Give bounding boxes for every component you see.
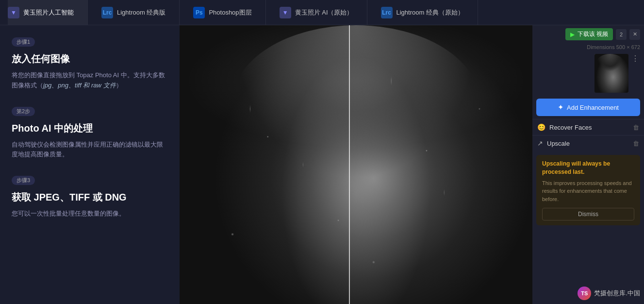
download-icon: ▶ — [570, 31, 575, 38]
warning-title: Upscaling will always be processed last. — [542, 160, 634, 176]
step-1-title: 放入任何图像 — [12, 52, 168, 66]
nav-label-lrc-classic-orig: Lightroom 经典（原始） — [396, 8, 464, 17]
upscale-icon: ↗ — [537, 139, 543, 147]
nav-item-lrc-classic-orig[interactable]: Lrc Lightroom 经典（原始） — [367, 0, 478, 25]
topaz-orig-icon: ▼ — [280, 7, 291, 18]
dimensions-text: Dimensions 500 × 672 — [532, 43, 644, 51]
dismiss-button[interactable]: Dismiss — [542, 208, 634, 220]
nav-item-topaz-ai-orig[interactable]: ▼ 黄玉照片 AI（原始） — [266, 0, 367, 25]
warning-desc: This improves processing speeds and resu… — [542, 179, 634, 203]
top-navigation: ▼ 黄玉照片人工智能 Lrc Lightroom 经典版 Ps Photosho… — [0, 0, 644, 25]
step-3-title: 获取 JPEG、TIFF 或 DNG — [12, 191, 168, 204]
plus-icon: ✦ — [558, 103, 564, 112]
step-2-badge: 第2步 — [12, 107, 35, 116]
right-panel: ▶ 下载该 视频 2 ✕ Dimensions 500 × 672 ⋮ ✦ Ad… — [532, 25, 644, 304]
nav-label-topaz-ai-orig: 黄玉照片 AI（原始） — [295, 8, 353, 17]
nav-label-lrc-classic: Lightroom 经典版 — [117, 8, 165, 17]
nav-label-topaz-ai: 黄玉照片人工智能 — [23, 8, 74, 17]
photo-container — [180, 25, 532, 304]
upscale-label: Upscale — [547, 140, 570, 147]
step-2-title: Photo AI 中的处理 — [12, 122, 168, 135]
nav-label-ps: Photoshop图层 — [209, 8, 251, 17]
step-1-desc: 将您的图像直接拖放到 Topaz Photo AI 中。支持大多数图像格式（jp… — [12, 70, 168, 91]
close-panel-button[interactable]: ✕ — [629, 29, 640, 40]
step-1-desc-after: ） — [116, 82, 122, 89]
watermark: TS 梵摄创意库.中国 — [578, 287, 640, 300]
nav-item-ps-layers[interactable]: Ps Photoshop图层 — [180, 0, 265, 25]
recover-faces-label: Recover Faces — [549, 124, 592, 131]
lrc-orig-icon: Lrc — [381, 7, 393, 18]
watermark-text: 梵摄创意库.中国 — [594, 289, 640, 298]
warning-box: Upscaling will always be processed last.… — [536, 155, 640, 225]
thumbnail-container: ⋮ — [532, 51, 644, 96]
more-options-icon[interactable]: ⋮ — [630, 54, 640, 63]
recover-faces-left: 😊 Recover Faces — [537, 123, 592, 131]
step-1-badge: 步骤1 — [12, 37, 35, 47]
photo-divider — [349, 25, 350, 304]
step-2-desc: 自动驾驶仪会检测图像属性并应用正确的滤镜以最大限度地提高图像质量。 — [12, 140, 168, 160]
watermark-logo: TS — [578, 287, 591, 300]
download-bar: ▶ 下载该 视频 2 ✕ — [532, 25, 644, 43]
thumbnail-hair — [596, 54, 624, 71]
download-button[interactable]: ▶ 下载该 视频 — [565, 28, 613, 40]
step-2: 第2步 Photo AI 中的处理 自动驾驶仪会检测图像属性并应用正确的滤镜以最… — [12, 106, 168, 160]
raindrops — [180, 25, 532, 304]
add-enhancement-label: Add Enhancement — [567, 104, 619, 111]
center-image-area — [180, 25, 532, 304]
upscale-item[interactable]: ↗ Upscale 🗑 — [532, 135, 644, 151]
add-enhancement-button[interactable]: ✦ Add Enhancement — [536, 99, 640, 116]
ps-icon: Ps — [193, 7, 205, 18]
step-3-badge: 步骤3 — [12, 176, 35, 185]
photo-bw — [180, 25, 532, 304]
lrc-icon: Lrc — [101, 7, 113, 18]
nav-item-lrc-classic[interactable]: Lrc Lightroom 经典版 — [88, 0, 180, 25]
step-3-desc: 您可以一次性批量处理任意数量的图像。 — [12, 209, 168, 219]
recover-faces-item[interactable]: 😊 Recover Faces 🗑 — [532, 119, 644, 135]
topaz-icon: ▼ — [8, 7, 19, 18]
recover-faces-delete-icon[interactable]: 🗑 — [633, 124, 639, 131]
left-sidebar: 步骤1 放入任何图像 将您的图像直接拖放到 Topaz Photo AI 中。支… — [0, 25, 180, 304]
upscale-delete-icon[interactable]: 🗑 — [633, 140, 639, 147]
recover-faces-icon: 😊 — [537, 123, 545, 131]
step-1-desc-highlight: jpg、png、tiff 和 raw 文件 — [43, 82, 116, 89]
thumbnail — [594, 54, 628, 93]
zoom-button[interactable]: 2 — [616, 29, 627, 40]
step-1: 步骤1 放入任何图像 将您的图像直接拖放到 Topaz Photo AI 中。支… — [12, 37, 168, 91]
upscale-left: ↗ Upscale — [537, 139, 570, 147]
download-label: 下载该 视频 — [578, 30, 608, 38]
step-3: 步骤3 获取 JPEG、TIFF 或 DNG 您可以一次性批量处理任意数量的图像… — [12, 175, 168, 219]
main-layout: 步骤1 放入任何图像 将您的图像直接拖放到 Topaz Photo AI 中。支… — [0, 25, 644, 304]
nav-item-topaz-ai[interactable]: ▼ 黄玉照片人工智能 — [8, 0, 88, 25]
